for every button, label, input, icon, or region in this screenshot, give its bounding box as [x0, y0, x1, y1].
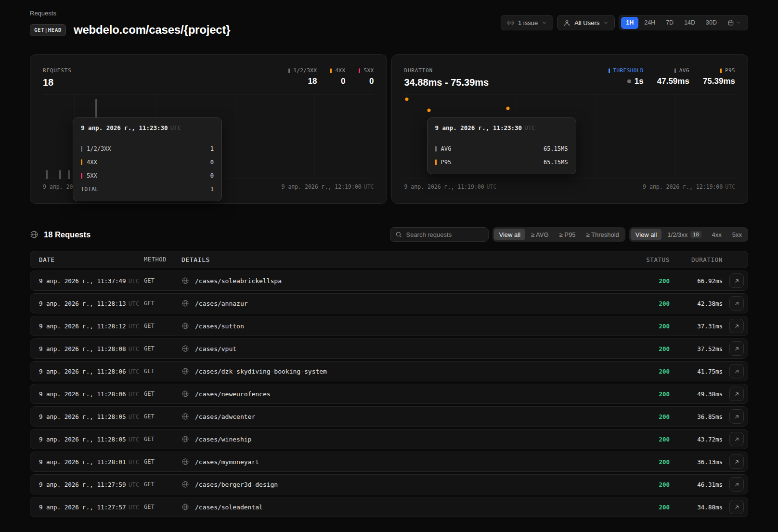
tooltip-row: AVG 65.15MS	[435, 142, 568, 156]
users-dropdown[interactable]: All Users	[557, 15, 615, 30]
chart-dot	[428, 108, 431, 112]
column-header-status: STATUS	[602, 256, 670, 263]
request-details: /cases/soleadental	[182, 503, 602, 511]
date-picker-button[interactable]	[723, 17, 746, 29]
request-details: /cases/dzk-skydiving-booking-system	[182, 367, 602, 375]
legend-value: 0	[341, 77, 345, 86]
page-title: webdelo.com/cases/{project}	[74, 23, 230, 37]
request-date: 9 апр. 2026 г., 11:37:49UTC	[39, 277, 144, 285]
status-filter-button[interactable]: 4xx	[707, 229, 726, 240]
time-range-button[interactable]: 1H	[621, 17, 638, 29]
tooltip-swatch	[435, 146, 437, 152]
chevron-down-icon	[736, 20, 741, 25]
time-range-button[interactable]: 24H	[639, 17, 660, 29]
globe-icon	[182, 413, 189, 420]
legend-label: P95	[725, 67, 735, 74]
arrow-up-right-icon	[734, 278, 740, 284]
legend-value: 18	[308, 77, 317, 86]
request-method: GET	[144, 300, 182, 307]
status-badge: 200	[602, 481, 670, 488]
arrow-up-right-icon	[734, 391, 740, 397]
table-row[interactable]: 9 апр. 2026 г., 11:28:12UTC GET /cases/s…	[30, 316, 748, 336]
time-range-button[interactable]: 7D	[661, 17, 678, 29]
open-request-button[interactable]	[729, 319, 744, 333]
duration-filter-button[interactable]: View all	[494, 229, 525, 240]
requests-table-body: 9 апр. 2026 г., 11:37:49UTC GET /cases/s…	[30, 271, 748, 517]
chart-bar	[68, 170, 70, 179]
duration-tooltip: 9 апр. 2026 г., 11:23:30UTC AVG 65.15MS …	[427, 117, 576, 174]
request-path: /cases/dzk-skydiving-booking-system	[195, 368, 327, 375]
status-filter-button[interactable]: 1/2/3xx 18	[662, 229, 706, 240]
request-duration: 34.88ms	[670, 504, 723, 511]
legend-swatch	[720, 68, 722, 73]
status-filter-button[interactable]: 5xx	[727, 229, 747, 240]
open-request-button[interactable]	[729, 273, 744, 288]
duration-filter-button[interactable]: ≥ AVG	[526, 229, 554, 240]
request-method: GET	[144, 323, 182, 329]
table-row[interactable]: 9 апр. 2026 г., 11:28:05UTC GET /cases/w…	[30, 429, 748, 449]
open-request-button[interactable]	[729, 477, 744, 492]
chevron-down-icon	[603, 20, 609, 26]
request-path: /cases/annazur	[195, 300, 248, 307]
chart-bar	[46, 170, 48, 179]
column-header-details: DETAILS	[182, 256, 602, 263]
requests-panel: REQUESTS 18 1/2/3XX 18	[30, 54, 387, 204]
p95-legend: P95 75.39ms	[703, 67, 735, 86]
globe-icon	[182, 503, 189, 511]
legend-swatch	[609, 68, 610, 73]
open-request-button[interactable]	[729, 500, 744, 514]
open-request-button[interactable]	[729, 364, 744, 378]
time-range-button[interactable]: 30D	[701, 17, 722, 29]
threshold-dot-icon	[627, 79, 631, 83]
requests-total-value: 18	[43, 77, 71, 88]
table-row[interactable]: 9 апр. 2026 г., 11:28:13UTC GET /cases/a…	[30, 293, 748, 313]
tooltip-date: 9 апр. 2026 г., 11:23:30UTC	[428, 118, 576, 138]
duration-filter-group: View all ≥ AVG ≥ P95 ≥ Threshold	[493, 227, 625, 242]
status-badge: 200	[602, 323, 670, 330]
table-row[interactable]: 9 апр. 2026 г., 11:28:01UTC GET /cases/m…	[30, 452, 748, 472]
legend-label: 4XX	[335, 67, 345, 74]
status-filter-button[interactable]: View all	[631, 229, 662, 240]
duration-filter-button[interactable]: ≥ Threshold	[581, 229, 623, 240]
request-path: /cases/adwcenter	[195, 413, 255, 420]
open-request-button[interactable]	[729, 432, 744, 446]
table-row[interactable]: 9 апр. 2026 г., 11:37:49UTC GET /cases/s…	[30, 271, 748, 291]
chart-dot	[506, 106, 510, 110]
x-axis-end-label: 9 апр. 2026 г., 12:19:00UTC	[282, 183, 374, 190]
table-row[interactable]: 9 апр. 2026 г., 11:28:08UTC GET /cases/v…	[30, 338, 748, 359]
issues-dropdown[interactable]: 1 issue	[501, 15, 553, 30]
issues-label: 1 issue	[518, 19, 538, 26]
open-request-button[interactable]	[729, 341, 744, 356]
duration-filter-button[interactable]: ≥ P95	[555, 229, 581, 240]
legend-item: 5XX 0	[359, 67, 374, 86]
request-details: /cases/neweurofences	[182, 390, 602, 398]
request-date: 9 апр. 2026 г., 11:28:01UTC	[39, 458, 144, 466]
requests-legend: 1/2/3XX 18 4XX 0	[288, 67, 374, 86]
avg-legend: AVG 47.59ms	[657, 67, 689, 86]
legend-swatch	[359, 68, 360, 73]
open-request-button[interactable]	[729, 409, 744, 424]
table-row[interactable]: 9 апр. 2026 г., 11:28:05UTC GET /cases/a…	[30, 406, 748, 427]
table-row[interactable]: 9 апр. 2026 г., 11:27:57UTC GET /cases/s…	[30, 497, 748, 517]
arrow-up-right-icon	[734, 459, 740, 465]
table-row[interactable]: 9 апр. 2026 г., 11:28:06UTC GET /cases/d…	[30, 361, 748, 381]
table-row[interactable]: 9 апр. 2026 г., 11:28:06UTC GET /cases/n…	[30, 384, 748, 404]
user-icon	[563, 19, 571, 26]
open-request-button[interactable]	[729, 296, 744, 311]
table-row[interactable]: 9 апр. 2026 г., 11:27:59UTC GET /cases/b…	[30, 474, 748, 494]
request-date: 9 апр. 2026 г., 11:28:05UTC	[39, 436, 144, 443]
globe-icon	[182, 277, 189, 285]
request-details: /cases/berger3d-design	[182, 480, 602, 488]
open-request-button[interactable]	[729, 454, 744, 469]
request-path: /cases/vput	[195, 345, 236, 352]
time-range-button[interactable]: 14D	[679, 17, 700, 29]
tooltip-row: 5XX 0	[81, 169, 214, 182]
search-input[interactable]	[406, 231, 483, 238]
status-badge: 200	[602, 390, 670, 398]
column-header-duration: DURATION	[670, 256, 723, 263]
topbar: Requests GET|HEAD webdelo.com/cases/{pro…	[0, 0, 778, 37]
request-duration: 49.38ms	[670, 390, 723, 398]
open-request-button[interactable]	[729, 387, 744, 401]
method-badge: GET|HEAD	[30, 24, 66, 36]
search-requests[interactable]	[390, 227, 489, 242]
